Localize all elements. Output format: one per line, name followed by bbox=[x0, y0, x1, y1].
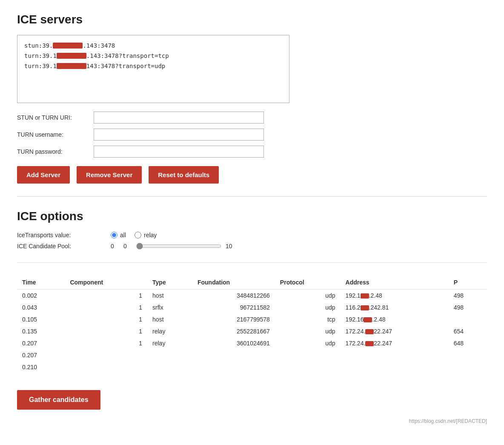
candidates-table: Time Component Type Foundation Protocol … bbox=[17, 276, 487, 373]
candidate-pool-max-label: 10 bbox=[226, 243, 234, 250]
turn-username-row: TURN username: bbox=[17, 129, 487, 141]
candidate-pool-row: ICE Candidate Pool: 0 0 10 bbox=[17, 243, 487, 250]
server-buttons: Add Server Remove Server Reset to defaul… bbox=[17, 166, 487, 184]
table-row: 0.207 1 relay 3601024691 udp 172.24.22.2… bbox=[17, 337, 487, 349]
table-row: 0.207 bbox=[17, 349, 487, 361]
transports-radio-group: all relay bbox=[111, 232, 157, 238]
radio-all[interactable] bbox=[111, 232, 117, 238]
radio-option-relay[interactable]: relay bbox=[135, 232, 157, 238]
col-address: Address bbox=[341, 276, 449, 290]
reset-to-defaults-button[interactable]: Reset to defaults bbox=[149, 166, 219, 184]
redacted-addr-5 bbox=[365, 341, 374, 346]
radio-relay-label: relay bbox=[144, 232, 157, 238]
remove-server-button[interactable]: Remove Server bbox=[77, 166, 142, 184]
col-protocol: Protocol bbox=[275, 276, 341, 290]
stun-turn-uri-input[interactable] bbox=[94, 112, 264, 123]
redacted-1 bbox=[53, 43, 83, 49]
turn-password-input[interactable] bbox=[94, 146, 264, 158]
radio-relay[interactable] bbox=[135, 232, 141, 238]
col-type: Type bbox=[147, 276, 192, 290]
section-divider-2 bbox=[17, 262, 487, 263]
stun-turn-uri-row: STUN or TURN URI: bbox=[17, 112, 487, 123]
table-header-row: Time Component Type Foundation Protocol … bbox=[17, 276, 487, 290]
footer-url: https://blog.csdn.net/[REDACTED] bbox=[17, 418, 487, 424]
table-row: 0.002 1 host 3484812266 udp 192.1.2.48 4… bbox=[17, 290, 487, 302]
col-time: Time bbox=[17, 276, 65, 290]
ice-servers-heading: ICE servers bbox=[17, 13, 487, 26]
ice-options-heading: ICE options bbox=[17, 210, 487, 223]
redacted-addr-2 bbox=[361, 305, 369, 310]
col-foundation: Foundation bbox=[192, 276, 275, 290]
radio-all-label: all bbox=[120, 232, 126, 238]
add-server-button[interactable]: Add Server bbox=[17, 166, 70, 184]
gather-candidates-button[interactable]: Gather candidates bbox=[17, 390, 100, 410]
candidate-pool-label: ICE Candidate Pool: bbox=[17, 243, 111, 250]
table-row: 0.210 bbox=[17, 361, 487, 373]
redacted-addr-1 bbox=[361, 293, 369, 299]
server-entry-2: turn:39.1.143:3478?transport=tcp bbox=[24, 52, 282, 59]
turn-password-label: TURN password: bbox=[17, 148, 94, 155]
table-row: 0.043 1 srflx 967211582 udp 116.2.242.81… bbox=[17, 301, 487, 313]
table-row: 0.135 1 relay 2552281667 udp 172.24.22.2… bbox=[17, 325, 487, 337]
radio-option-all[interactable]: all bbox=[111, 232, 126, 238]
server-list: stun:39..143:3478 turn:39.1.143:3478?tra… bbox=[17, 35, 289, 103]
col-component: Component bbox=[65, 276, 147, 290]
transports-label: IceTransports value: bbox=[17, 232, 111, 238]
server-entry-3: turn:39.1143:3478?transport=udp bbox=[24, 63, 282, 69]
transports-row: IceTransports value: all relay bbox=[17, 232, 487, 238]
table-row: 0.105 1 host 2167799578 tcp 192.16.2.48 bbox=[17, 313, 487, 325]
candidate-pool-slider-group: 0 0 10 bbox=[111, 243, 234, 250]
server-entry-1: stun:39..143:3478 bbox=[24, 42, 282, 49]
turn-password-row: TURN password: bbox=[17, 146, 487, 158]
candidate-pool-slider[interactable] bbox=[136, 243, 221, 250]
turn-username-input[interactable] bbox=[94, 129, 264, 141]
section-divider-1 bbox=[17, 196, 487, 197]
stun-turn-uri-label: STUN or TURN URI: bbox=[17, 114, 94, 121]
redacted-addr-4 bbox=[365, 329, 374, 334]
ice-servers-section: ICE servers stun:39..143:3478 turn:39.1.… bbox=[17, 13, 487, 184]
ice-options-section: ICE options IceTransports value: all rel… bbox=[17, 210, 487, 250]
col-p: P bbox=[449, 276, 487, 290]
turn-username-label: TURN username: bbox=[17, 131, 94, 138]
candidate-pool-display: 0 bbox=[111, 243, 119, 250]
redacted-addr-3 bbox=[364, 317, 372, 322]
redacted-2 bbox=[57, 53, 86, 59]
redacted-3 bbox=[57, 63, 86, 69]
candidate-pool-min: 0 bbox=[123, 243, 132, 250]
